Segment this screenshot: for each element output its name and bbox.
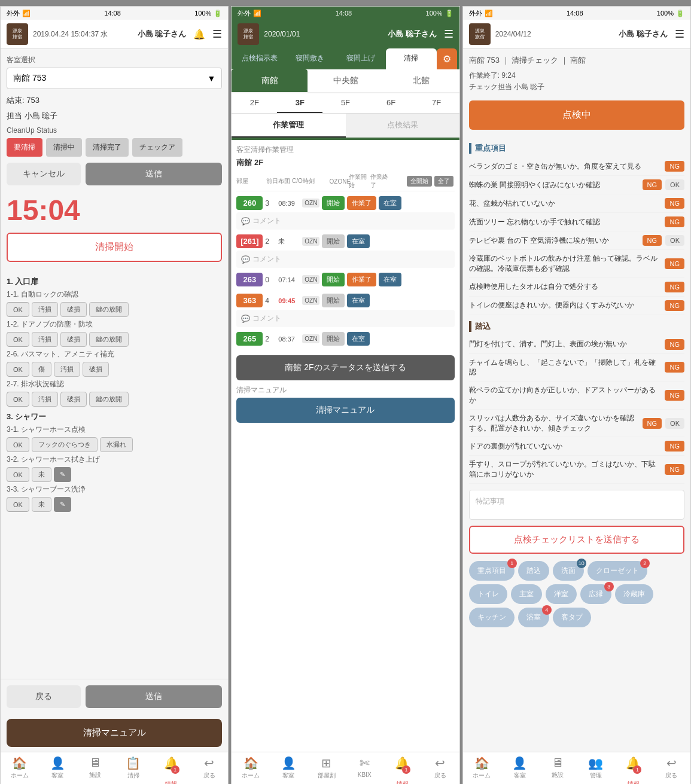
ng-btn-s3-1-4[interactable]: NG [665, 216, 684, 227]
cbtn-not-3-3[interactable]: 未 [32, 497, 51, 512]
bell-icon-1[interactable]: 🔔 [193, 29, 205, 40]
cbtn-soil-2-6[interactable]: 汚損 [54, 362, 80, 377]
menu-icon-1[interactable]: ☰ [212, 28, 222, 41]
nav-info-2[interactable]: 🔔 1 情報 [383, 756, 421, 784]
btn-start-263[interactable]: 開始 [322, 273, 345, 286]
tab-gear[interactable]: ⚙ [437, 48, 457, 69]
building-south[interactable]: 南館 [232, 69, 308, 92]
send2-button-1[interactable]: 送信 [86, 685, 222, 708]
cbtn-damage-2-6[interactable]: 破損 [83, 362, 109, 377]
ok-btn-s3-1-2[interactable]: OK [665, 179, 684, 190]
special-notes[interactable]: 特記事項 [469, 490, 684, 520]
ok-btn-s3-2-4[interactable]: OK [665, 418, 684, 429]
nav-info-3[interactable]: 🔔 1 情報 [614, 756, 652, 784]
cat-btn-7[interactable]: 洋室 [546, 584, 577, 604]
cbtn-key-1-2[interactable]: 鍵の放開 [89, 332, 129, 347]
cat-btn-4[interactable]: クローゼット 2 [587, 561, 647, 581]
cbtn-damage-1-1[interactable]: 破損 [60, 302, 87, 317]
ng-btn-s3-1-1[interactable]: NG [665, 161, 684, 172]
floor-2f[interactable]: 2F [232, 93, 277, 113]
btn-checka[interactable]: チェックア [132, 138, 182, 157]
nav-back-3[interactable]: ↩ 戻る [653, 756, 690, 784]
ng-btn-s3-1-7[interactable]: NG [665, 282, 684, 292]
cbtn-key-2-7[interactable]: 鍵の放開 [89, 392, 129, 407]
cat-btn-1[interactable]: 重点項目 1 [469, 561, 515, 581]
nav-room-2[interactable]: 👤 客室 [270, 756, 308, 784]
cbtn-soil-1-2[interactable]: 汚損 [32, 332, 58, 347]
btn-start-265[interactable]: 開始 [322, 332, 345, 346]
cbtn-soil-2-7[interactable]: 汚損 [32, 392, 58, 407]
comment-261[interactable]: 💬 コメント [236, 251, 454, 268]
nav-clean-1[interactable]: 📋 清掃 [114, 756, 152, 784]
cbtn-water-3-1[interactable]: 水漏れ [100, 437, 133, 452]
start-clean-button[interactable]: 清掃開始 [7, 233, 222, 262]
btn-seisouchuu[interactable]: 清掃中 [46, 138, 82, 157]
cbtn-ok-3-3[interactable]: OK [7, 497, 29, 512]
floor-5f[interactable]: 5F [322, 93, 368, 113]
room-select[interactable]: 南館 753 ▼ [7, 68, 222, 89]
ng-btn-s3-2-5[interactable]: NG [665, 441, 684, 452]
cbtn-ok-2-7[interactable]: OK [7, 392, 29, 407]
cbtn-damage-1-2[interactable]: 破損 [60, 332, 87, 347]
comment-260[interactable]: 💬 コメント [236, 212, 454, 230]
nav-home-1[interactable]: 🏠 ホーム [1, 756, 38, 784]
btn-inroom-363[interactable]: 在室 [347, 294, 370, 307]
nav-home-2[interactable]: 🏠 ホーム [232, 756, 269, 784]
cbtn-ok-3-2[interactable]: OK [7, 467, 29, 482]
ng-btn-s3-2-6[interactable]: NG [665, 464, 684, 475]
manual-button-2[interactable]: 清掃マニュアル [236, 398, 454, 423]
ng-btn-s3-1-5[interactable]: NG [643, 235, 662, 246]
ng-btn-s3-2-1[interactable]: NG [665, 339, 684, 350]
cbtn-edit-3-3[interactable]: ✎ [54, 497, 71, 512]
menu-icon-3[interactable]: ☰ [675, 28, 684, 41]
cbtn-soil-1-1[interactable]: 汚損 [32, 302, 58, 317]
cat-btn-9[interactable]: 冷蔵庫 [615, 584, 653, 604]
cbtn-edit-3-2[interactable]: ✎ [54, 467, 71, 482]
cat-btn-2[interactable]: 踏込 [518, 561, 549, 581]
cat-btn-12[interactable]: 客タプ [553, 608, 591, 627]
ng-btn-s3-1-8[interactable]: NG [665, 300, 684, 311]
cbtn-ok-1-2[interactable]: OK [7, 332, 29, 347]
btn-all-start[interactable]: 全開始 [407, 176, 432, 187]
btn-youseisou[interactable]: 要清掃 [7, 138, 42, 157]
cat-btn-5[interactable]: トイレ [469, 584, 507, 604]
ng-btn-s3-2-3[interactable]: NG [665, 390, 684, 401]
tab-bed-up[interactable]: 寝間上げ [335, 48, 386, 69]
cancel-button[interactable]: キャンセル [7, 163, 81, 185]
tab-clean[interactable]: 清掃 [386, 48, 437, 69]
nav-back-2[interactable]: ↩ 戻る [421, 756, 459, 784]
cat-btn-8[interactable]: 広縁 3 [580, 584, 611, 604]
cat-btn-3[interactable]: 洗面 10 [553, 561, 584, 581]
nav-kbix-2[interactable]: ✄ KBIX [346, 756, 383, 784]
nav-back-1[interactable]: ↩ 戻る [190, 756, 228, 784]
btn-start-260[interactable]: 開始 [322, 196, 345, 210]
cbtn-ok-3-1[interactable]: OK [7, 437, 29, 452]
nav-home-3[interactable]: 🏠 ホーム [463, 756, 501, 784]
building-north[interactable]: 北館 [383, 69, 459, 92]
cbtn-hook-3-1[interactable]: フックのぐらつき [32, 437, 98, 452]
nav-facility-3[interactable]: 🖥 施設 [538, 756, 576, 784]
floor-7f[interactable]: 7F [414, 93, 459, 113]
cbtn-not-3-2[interactable]: 未 [32, 467, 51, 482]
btn-done-260[interactable]: 作業了 [347, 196, 376, 210]
menu-icon-2[interactable]: ☰ [444, 28, 453, 41]
inspecting-button[interactable]: 点検中 [469, 100, 684, 130]
nav-facility-1[interactable]: 🖥 施設 [77, 756, 114, 784]
btn-inroom-260[interactable]: 在室 [379, 196, 401, 210]
btn-inroom-263[interactable]: 在室 [379, 273, 401, 286]
cbtn-ok-1-1[interactable]: OK [7, 302, 29, 317]
ng-btn-s3-2-4[interactable]: NG [643, 418, 662, 429]
nav-manage-3[interactable]: 👥 管理 [577, 756, 614, 784]
floor-3f[interactable]: 3F [277, 93, 322, 113]
nav-room-1[interactable]: 👤 客室 [38, 756, 76, 784]
cat-btn-6[interactable]: 主室 [511, 584, 542, 604]
tab-bed-set[interactable]: 寝間敷き [285, 48, 336, 69]
back-button-1[interactable]: 戻る [7, 685, 81, 708]
cbtn-damage-2-7[interactable]: 破損 [60, 392, 87, 407]
cbtn-scar-2-6[interactable]: 傷 [32, 362, 51, 377]
cat-btn-10[interactable]: キッチン [469, 608, 515, 627]
btn-inroom-265[interactable]: 在室 [347, 332, 370, 346]
btn-start-363[interactable]: 開始 [322, 294, 345, 307]
btn-start-261[interactable]: 開始 [322, 234, 345, 248]
work-tab-check[interactable]: 点検結果 [346, 114, 459, 138]
